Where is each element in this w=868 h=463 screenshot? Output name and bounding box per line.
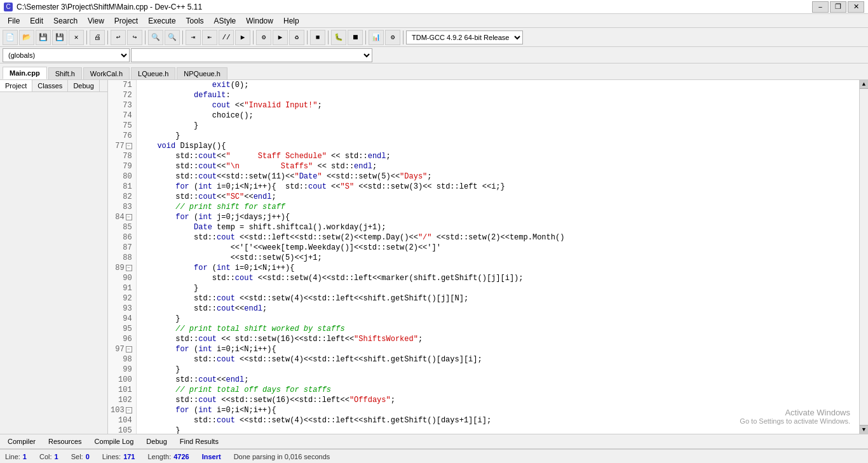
- close-button[interactable]: ✕: [848, 1, 864, 13]
- scroll-up-button[interactable]: ▲: [860, 80, 868, 89]
- code-line-77[interactable]: void Display(){: [137, 141, 859, 151]
- line-number-79: 79: [108, 161, 136, 171]
- save-all-button[interactable]: 💾: [52, 30, 67, 45]
- code-line-101[interactable]: // print total off days for staffs: [137, 385, 859, 395]
- tab-main-cpp[interactable]: Main.cpp: [3, 67, 47, 79]
- menu-help[interactable]: Help: [278, 15, 304, 27]
- code-line-95[interactable]: // print total shift worked by staffs: [137, 324, 859, 334]
- sidebar-tab-debug[interactable]: Debug: [68, 80, 99, 91]
- code-line-91[interactable]: }: [137, 283, 859, 293]
- bottom-tab-resources[interactable]: Resources: [43, 436, 87, 446]
- code-line-72[interactable]: default:: [137, 90, 859, 100]
- code-line-76[interactable]: }: [137, 131, 859, 141]
- menu-project[interactable]: Project: [109, 15, 143, 27]
- indent-button[interactable]: ⇥: [186, 30, 201, 45]
- code-editor[interactable]: 71727374757677−78798081828384−8586878889…: [108, 80, 859, 434]
- sidebar-tab-project[interactable]: Project: [0, 80, 32, 91]
- code-line-71[interactable]: exit(0);: [137, 80, 859, 90]
- scroll-track[interactable]: [860, 89, 868, 425]
- symbol-dropdown[interactable]: [131, 48, 372, 62]
- compile-run-button[interactable]: ▶: [235, 30, 250, 45]
- undo-button[interactable]: ↩: [111, 30, 126, 45]
- fold-icon-103[interactable]: −: [126, 407, 132, 413]
- code-line-73[interactable]: cout <<"Invalid Input!";: [137, 100, 859, 111]
- compiler-dropdown[interactable]: TDM-GCC 4.9.2 64-bit Release: [406, 30, 523, 44]
- save-button[interactable]: 💾: [36, 30, 51, 45]
- menu-file[interactable]: File: [3, 15, 25, 27]
- code-line-93[interactable]: std::cout<<endl;: [137, 304, 859, 314]
- code-line-81[interactable]: for (int i=0;i<N;i++){ std::cout <<"S" <…: [137, 182, 859, 192]
- code-line-74[interactable]: choice();: [137, 111, 859, 121]
- debug-button[interactable]: 🐛: [331, 30, 346, 45]
- menu-view[interactable]: View: [83, 15, 109, 27]
- code-line-84[interactable]: for (int j=0;j<days;j++){: [137, 212, 859, 222]
- unindent-button[interactable]: ⇤: [202, 30, 217, 45]
- title-controls: − ❐ ✕: [812, 1, 864, 13]
- rebuild-button[interactable]: ♻: [289, 30, 304, 45]
- close-file-button[interactable]: ✕: [69, 30, 84, 45]
- fold-icon-89[interactable]: −: [126, 265, 132, 271]
- comment-button[interactable]: //: [219, 30, 234, 45]
- code-line-97[interactable]: for (int i=0;i<N;i++){: [137, 344, 859, 354]
- sidebar-tab-classes[interactable]: Classes: [32, 80, 68, 91]
- minimize-button[interactable]: −: [812, 1, 829, 13]
- code-line-82[interactable]: std::cout<<"SC"<<endl;: [137, 192, 859, 202]
- compile-button[interactable]: ⚙: [256, 30, 271, 45]
- code-line-79[interactable]: std::cout<<"\n Staffs" << std::endl;: [137, 161, 859, 171]
- code-line-90[interactable]: std::cout <<std::setw(4)<<std::left<<mar…: [137, 273, 859, 283]
- code-line-89[interactable]: for (int i=0;i<N;i++){: [137, 263, 859, 273]
- fold-icon-77[interactable]: −: [126, 143, 132, 149]
- status-bar: Line: 1 Col: 1 Sel: 0 Lines: 171 Length:…: [0, 449, 868, 463]
- menu-execute[interactable]: Execute: [143, 15, 180, 27]
- menu-tools[interactable]: Tools: [181, 15, 209, 27]
- globals-dropdown[interactable]: (globals): [3, 48, 130, 62]
- fold-icon-84[interactable]: −: [126, 214, 132, 220]
- vertical-scrollbar[interactable]: ▲ ▼: [859, 80, 868, 434]
- code-line-88[interactable]: <<std::setw(5)<<j+1;: [137, 253, 859, 263]
- code-line-100[interactable]: std::cout<<endl;: [137, 375, 859, 385]
- tab-lqueue-h[interactable]: LQueue.h: [131, 67, 175, 79]
- code-line-83[interactable]: // print shift for staff: [137, 202, 859, 212]
- open-button[interactable]: 📂: [19, 30, 34, 45]
- menu-search[interactable]: Search: [48, 15, 83, 27]
- line-numbers: 71727374757677−78798081828384−8586878889…: [108, 80, 137, 434]
- options-button[interactable]: ⚙: [385, 30, 400, 45]
- code-line-102[interactable]: std::cout <<std::setw(16)<<std::left<<"O…: [137, 395, 859, 405]
- code-line-92[interactable]: std::cout <<std::setw(4)<<std::left<<shi…: [137, 293, 859, 304]
- scroll-down-button[interactable]: ▼: [860, 425, 868, 434]
- bottom-tab-find-results[interactable]: Find Results: [175, 436, 224, 446]
- find-button[interactable]: 🔍: [148, 30, 163, 45]
- replace-button[interactable]: 🔍: [165, 30, 180, 45]
- line-number-81: 81: [108, 182, 136, 192]
- run-button[interactable]: ▶: [273, 30, 288, 45]
- code-content: 71727374757677−78798081828384−8586878889…: [108, 80, 859, 434]
- restore-button[interactable]: ❐: [830, 1, 846, 13]
- code-line-105[interactable]: }: [137, 426, 859, 434]
- bottom-tab-compiler[interactable]: Compiler: [3, 436, 41, 446]
- code-line-94[interactable]: }: [137, 314, 859, 324]
- fold-icon-97[interactable]: −: [126, 346, 132, 352]
- chart-button[interactable]: 📊: [369, 30, 384, 45]
- code-line-80[interactable]: std::cout<<std::setw(11)<<"Date" <<std::…: [137, 171, 859, 182]
- code-line-99[interactable]: }: [137, 365, 859, 375]
- tab-npqueue-h[interactable]: NPQueue.h: [177, 67, 227, 79]
- menu-window[interactable]: Window: [241, 15, 278, 27]
- stop-button[interactable]: ■: [310, 30, 325, 45]
- code-line-96[interactable]: std::cout << std::setw(16)<<std::left<<"…: [137, 334, 859, 344]
- code-line-98[interactable]: std::cout <<std::setw(4)<<std::left<<shi…: [137, 354, 859, 365]
- bottom-tab-compile-log[interactable]: Compile Log: [90, 436, 139, 446]
- tab-workcal-h[interactable]: WorkCal.h: [83, 67, 130, 79]
- tab-shift-h[interactable]: Shift.h: [48, 67, 82, 79]
- menu-edit[interactable]: Edit: [25, 15, 48, 27]
- menu-astyle[interactable]: AStyle: [209, 15, 241, 27]
- print-button[interactable]: 🖨: [90, 30, 105, 45]
- debug-stop-button[interactable]: ⏹: [348, 30, 363, 45]
- code-line-87[interactable]: <<'['<<week[temp.Weekday()]<<std::setw(2…: [137, 243, 859, 253]
- code-line-85[interactable]: Date temp = shift.shiftcal().workday(j+1…: [137, 222, 859, 232]
- redo-button[interactable]: ↪: [127, 30, 142, 45]
- new-button[interactable]: 📄: [3, 30, 18, 45]
- bottom-tab-debug[interactable]: Debug: [141, 436, 172, 446]
- code-line-78[interactable]: std::cout<<" Staff Schedule" << std::end…: [137, 151, 859, 161]
- code-line-86[interactable]: std::cout <<std::left<<std::setw(2)<<tem…: [137, 232, 859, 243]
- code-line-75[interactable]: }: [137, 121, 859, 131]
